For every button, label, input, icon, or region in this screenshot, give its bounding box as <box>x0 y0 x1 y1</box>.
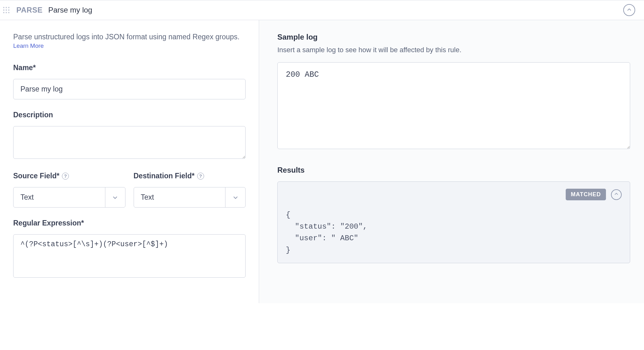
match-status-badge: MATCHED <box>566 189 606 200</box>
results-header: MATCHED <box>286 189 622 200</box>
rule-header-left: PARSE Parse my log <box>2 5 92 15</box>
intro-copy: Parse unstructured logs into JSON format… <box>13 33 240 41</box>
source-field-label: Source Field* ? <box>13 172 125 180</box>
name-input[interactable] <box>13 79 246 99</box>
regex-field-group: Regular Expression* <box>13 219 246 279</box>
preview-pane: Sample log Insert a sample log to see ho… <box>259 20 644 303</box>
destination-field-group: Destination Field* ? Text <box>134 172 246 208</box>
source-field-select[interactable]: Text <box>13 187 125 208</box>
config-pane: Parse unstructured logs into JSON format… <box>0 20 259 303</box>
description-input[interactable] <box>13 126 246 159</box>
drag-handle-icon[interactable] <box>2 5 11 15</box>
learn-more-link[interactable]: Learn More <box>13 42 44 49</box>
name-field-group: Name* <box>13 64 246 99</box>
description-field-group: Description <box>13 111 246 160</box>
chevron-down-icon <box>225 187 245 207</box>
destination-field-label: Destination Field* ? <box>134 172 246 180</box>
regex-label: Regular Expression* <box>13 219 246 227</box>
rule-body: Parse unstructured logs into JSON format… <box>0 20 644 303</box>
sample-log-title: Sample log <box>277 33 630 42</box>
rule-title: Parse my log <box>48 6 92 14</box>
results-box: MATCHED { "status": "200", "user": " ABC… <box>277 181 630 263</box>
results-json: { "status": "200", "user": " ABC" } <box>286 209 622 256</box>
destination-field-value: Text <box>134 187 225 207</box>
chevron-down-icon <box>105 187 125 207</box>
help-icon[interactable]: ? <box>197 173 204 180</box>
regex-input[interactable] <box>13 234 246 278</box>
chevron-up-icon <box>614 192 619 197</box>
destination-field-select[interactable]: Text <box>134 187 246 208</box>
results-collapse-button[interactable] <box>611 189 622 200</box>
description-label: Description <box>13 111 246 119</box>
rule-header: PARSE Parse my log <box>0 0 644 20</box>
sample-log-input[interactable] <box>277 62 630 149</box>
sample-log-subtitle: Insert a sample log to see how it will b… <box>277 46 630 54</box>
results-title: Results <box>277 166 630 175</box>
destination-field-label-text: Destination Field* <box>134 172 195 180</box>
source-field-value: Text <box>14 187 105 207</box>
intro-text: Parse unstructured logs into JSON format… <box>13 33 246 50</box>
collapse-button[interactable] <box>623 4 635 16</box>
source-field-label-text: Source Field* <box>13 172 59 180</box>
help-icon[interactable]: ? <box>62 173 69 180</box>
name-label: Name* <box>13 64 246 72</box>
source-field-group: Source Field* ? Text <box>13 172 125 208</box>
rule-type-label: PARSE <box>16 6 42 14</box>
chevron-up-icon <box>626 7 632 14</box>
